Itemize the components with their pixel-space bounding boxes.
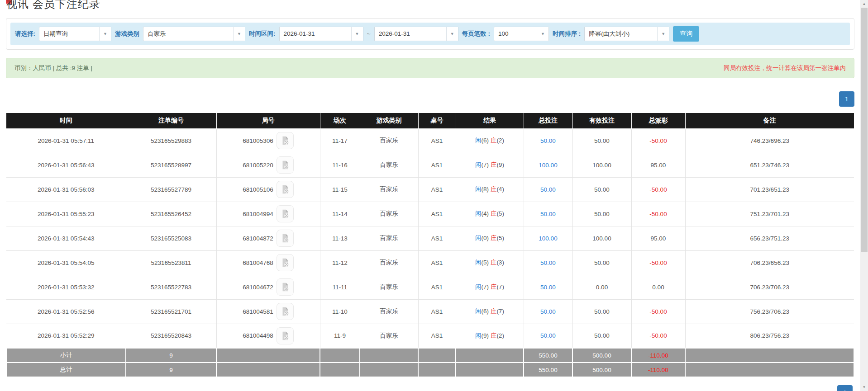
time-range-label: 时间区间: [249,30,276,38]
scroll-down-icon[interactable]: ▼ [860,383,868,391]
result-banker-label: 庄 [491,235,497,241]
result-player-label: 闲 [475,235,482,241]
col-round-no: 局号 [216,113,320,128]
payout-cell: 0.00 [631,275,685,299]
page-1-button[interactable]: 1 [839,91,854,107]
scroll-up-icon[interactable]: ▲ [860,0,868,8]
result-cell: 闲(0) 庄(5) [456,226,524,250]
result-cell: 闲(6) 庄(7) [456,299,524,324]
chevron-down-icon[interactable]: ▼ [446,27,458,41]
result-banker-score: (2) [496,332,504,339]
round-no-cell: 681004581 [216,299,320,324]
game-type-label: 游戏类别 [115,30,139,38]
table-no-cell: AS1 [418,128,456,153]
chevron-down-icon[interactable]: ▼ [233,27,245,41]
currency-total-text: 币别：人民币 | 总共 :9 注单 | [14,64,92,72]
video-replay-button[interactable] [277,303,294,320]
bet-records-table: 时间 注单编号 局号 场次 游戏类别 桌号 结果 总投注 有效投注 总派彩 备注… [6,113,854,377]
time-cell: 2026-01-31 05:57:11 [6,128,126,153]
payout-cell: -50.00 [631,202,685,226]
round-no-cell: 681004672 [216,275,320,299]
date-to-select[interactable]: 2026-01-31 ▼ [374,27,458,41]
page-1-button-bottom[interactable]: 1 [837,385,853,391]
bet-no-cell: 523165522783 [126,275,216,299]
valid-bet-cell: 50.00 [572,299,631,324]
grand-total-row: 总计 9 550.00 500.00 -110.00 [6,363,854,377]
page-size-select[interactable]: 100 ▼ [494,27,549,41]
result-banker-score: (7) [496,308,504,315]
game-type-cell: 百家乐 [360,202,418,226]
subtotal-row: 小计 9 550.00 500.00 -110.00 [6,348,854,363]
round-no-cell: 681004994 [216,202,320,226]
video-replay-button[interactable] [277,205,294,222]
session-cell: 11-12 [320,250,360,275]
video-replay-button[interactable] [277,132,294,149]
round-no-value: 681005306 [243,137,273,144]
col-session: 场次 [320,113,360,128]
result-player-score: (7) [482,283,489,290]
payout-cell: 95.00 [631,226,685,250]
round-no-cell: 681005306 [216,128,320,153]
table-footer: 小计 9 550.00 500.00 -110.00 总计 9 550.00 5… [6,348,854,377]
video-file-icon [280,306,290,316]
valid-bet-cell: 50.00 [572,324,631,348]
remark-cell: 706.23/706.23 [685,275,854,299]
main-content: 视讯 会员下注纪录 请选择: 日期查询 ▼ 游戏类别 百家乐 ▼ 时间区间: 2… [6,0,854,377]
grand-total-valid-bet: 500.00 [572,363,631,377]
game-type-cell: 百家乐 [360,275,418,299]
time-cell: 2026-01-31 05:55:23 [6,202,126,226]
game-type-cell: 百家乐 [360,128,418,153]
session-cell: 11-13 [320,226,360,250]
game-type-cell: 百家乐 [360,299,418,324]
page-size-value: 100 [494,27,537,41]
bet-no-cell: 523165521701 [126,299,216,324]
table-no-cell: AS1 [418,202,456,226]
game-type-cell: 百家乐 [360,250,418,275]
bet-no-cell: 523165527789 [126,177,216,202]
query-type-select[interactable]: 日期查询 ▼ [39,27,111,41]
chevron-down-icon[interactable]: ▼ [99,27,111,41]
chevron-down-icon[interactable]: ▼ [537,27,548,41]
video-file-icon [280,160,290,170]
scrollbar-thumb[interactable] [861,8,868,252]
grand-total-count: 9 [126,363,216,377]
result-banker-label: 庄 [491,186,497,193]
video-replay-button[interactable] [277,156,294,174]
vertical-scrollbar[interactable]: ▲ ▼ [860,0,868,391]
valid-bet-cell: 0.00 [572,275,631,299]
result-banker-score: (7) [496,283,504,290]
result-player-label: 闲 [475,283,482,290]
result-player-label: 闲 [475,137,482,144]
query-button[interactable]: 查询 [673,26,699,42]
video-replay-button[interactable] [277,327,294,344]
table-no-cell: AS1 [418,250,456,275]
valid-bet-notice-text: 同局有效投注，统一计算在该局第一张注单内 [724,64,846,72]
video-replay-button[interactable] [277,278,294,296]
query-type-value: 日期查询 [39,27,99,41]
table-no-cell: AS1 [418,299,456,324]
date-from-select[interactable]: 2026-01-31 ▼ [279,27,363,41]
result-player-score: (6) [482,308,489,315]
chevron-down-icon[interactable]: ▼ [657,27,669,41]
subtotal-payout: -110.00 [631,348,685,363]
video-replay-button[interactable] [277,181,294,198]
result-player-score: (0) [482,235,489,241]
session-cell: 11-9 [320,324,360,348]
video-replay-button[interactable] [277,230,294,247]
chevron-down-icon[interactable]: ▼ [351,27,363,41]
filter-bar: 请选择: 日期查询 ▼ 游戏类别 百家乐 ▼ 时间区间: 2026-01-31 … [10,23,850,45]
time-sort-select[interactable]: 降幂(由大到小) ▼ [584,27,669,41]
video-file-icon [280,233,290,243]
result-banker-label: 庄 [491,308,497,315]
game-type-select[interactable]: 百家乐 ▼ [143,27,245,41]
result-cell: 闲(7) 庄(7) [456,275,524,299]
table-no-cell: AS1 [418,177,456,202]
round-no-value: 681005106 [243,186,273,193]
round-no-value: 681004994 [243,211,273,217]
total-bet-cell: 100.00 [524,226,572,250]
video-replay-button[interactable] [277,254,294,271]
game-type-cell: 百家乐 [360,153,418,177]
table-row: 2026-01-31 05:56:03 523165527789 6810051… [6,177,854,202]
bet-no-cell: 523165525083 [126,226,216,250]
session-cell: 11-16 [320,153,360,177]
